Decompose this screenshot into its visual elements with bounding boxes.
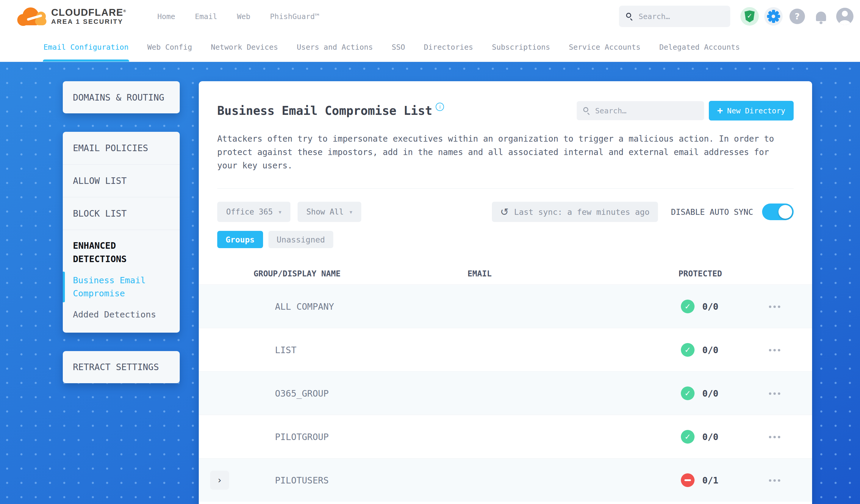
row-menu-button[interactable] xyxy=(769,434,782,440)
directory-search[interactable] xyxy=(577,101,704,120)
search-icon xyxy=(583,107,590,114)
sidebar-item-block-list[interactable]: BLOCK LIST xyxy=(63,197,180,230)
settings-button[interactable] xyxy=(764,7,783,26)
row-menu-button[interactable] xyxy=(769,303,782,309)
table-header: GROUP/DISPLAY NAME EMAIL PROTECTED xyxy=(199,265,812,285)
page-title: Business Email Compromise List xyxy=(217,104,432,117)
tab-groups[interactable]: Groups xyxy=(217,231,263,248)
tab-service-accounts[interactable]: Service Accounts xyxy=(569,33,641,61)
table-row[interactable]: › PILOTUSERS ✓ 0/1 xyxy=(199,458,812,502)
expand-row-button[interactable]: › xyxy=(210,471,229,490)
notifications-button[interactable] xyxy=(812,7,830,26)
config-subnav: Email Configuration Web Config Network D… xyxy=(0,33,860,61)
logo-text: CLOUDFLARE® AREA 1 SECURITY xyxy=(51,7,127,26)
gear-icon xyxy=(767,10,780,23)
column-header-protected: PROTECTED xyxy=(678,269,722,278)
group-name: ALL COMPANY xyxy=(275,301,334,312)
group-icon xyxy=(253,431,267,443)
groups-table: GROUP/DISPLAY NAME EMAIL PROTECTED › ALL… xyxy=(199,265,812,502)
group-icon xyxy=(253,388,267,399)
auto-sync-toggle[interactable] xyxy=(762,203,794,220)
sidebar-item-email-policies[interactable]: EMAIL POLICIES xyxy=(63,132,180,164)
tab-email-configuration[interactable]: Email Configuration xyxy=(43,33,129,61)
user-avatar-icon xyxy=(836,8,854,25)
security-status-button[interactable]: ✓ xyxy=(740,7,759,26)
sidebar-item-added-detections[interactable]: Added Detections xyxy=(73,308,170,321)
cloudflare-logo[interactable]: CLOUDFLARE® AREA 1 SECURITY xyxy=(17,7,127,26)
chevron-right-icon: › xyxy=(218,475,221,485)
global-search[interactable] xyxy=(619,6,730,27)
page-description: Attackers often try to impersonate execu… xyxy=(217,132,794,172)
account-button[interactable] xyxy=(835,7,854,26)
sidebar-item-domains-routing[interactable]: DOMAINS & ROUTING xyxy=(63,81,180,113)
info-icon[interactable]: i xyxy=(436,103,444,111)
group-name: PILOTGROUP xyxy=(275,431,329,442)
shield-check-icon: ✓ xyxy=(745,11,755,22)
row-menu-button[interactable] xyxy=(769,477,782,483)
content-background: DOMAINS & ROUTING EMAIL POLICIES ALLOW L… xyxy=(0,61,860,504)
auto-sync-label: DISABLE AUTO SYNC xyxy=(671,207,753,217)
last-sync-text: Last sync: a few minutes ago xyxy=(514,207,650,217)
logo-line2: AREA 1 SECURITY xyxy=(51,18,127,26)
view-tabs: Groups Unassigned xyxy=(217,231,794,248)
protected-count: 0/1 xyxy=(702,475,718,485)
sync-icon: ↺ xyxy=(500,207,509,217)
protected-count: 0/0 xyxy=(702,388,718,398)
tab-users-and-actions[interactable]: Users and Actions xyxy=(297,33,373,61)
top-nav-web[interactable]: Web xyxy=(237,12,250,21)
chevron-down-icon: ▾ xyxy=(279,209,282,215)
directory-source-dropdown[interactable]: Office 365 ▾ xyxy=(217,202,290,222)
group-name: LIST xyxy=(275,345,296,355)
top-nav-home[interactable]: Home xyxy=(157,12,175,21)
sidebar-enhanced-detections-section: ENHANCED DETECTIONS Business Email Compr… xyxy=(63,230,180,333)
protected-count: 0/0 xyxy=(702,345,718,355)
table-row[interactable]: › ALL COMPANY ✓ 0/0 xyxy=(199,285,812,328)
protected-blocked-badge xyxy=(681,473,694,487)
protected-check-badge: ✓ xyxy=(681,387,694,400)
directory-search-input[interactable] xyxy=(595,106,698,115)
tab-subscriptions[interactable]: Subscriptions xyxy=(492,33,550,61)
protected-check-badge: ✓ xyxy=(681,430,694,444)
new-directory-button[interactable]: + New Directory xyxy=(709,101,794,120)
global-search-input[interactable] xyxy=(639,12,723,21)
row-menu-button[interactable] xyxy=(769,347,782,353)
divider xyxy=(217,188,794,189)
table-row[interactable]: › O365_GROUP ✓ 0/0 xyxy=(199,371,812,415)
tab-unassigned[interactable]: Unassigned xyxy=(269,231,333,248)
sidebar-email-group: EMAIL POLICIES ALLOW LIST BLOCK LIST ENH… xyxy=(63,132,180,333)
plus-icon: + xyxy=(717,106,723,115)
sidebar-item-enhanced-detections[interactable]: ENHANCED DETECTIONS xyxy=(73,239,170,266)
protected-count: 0/0 xyxy=(702,301,718,312)
search-icon xyxy=(626,13,633,20)
top-nav-phishguard[interactable]: PhishGuard™ xyxy=(270,12,319,21)
tab-delegated-accounts[interactable]: Delegated Accounts xyxy=(659,33,740,61)
sidebar-item-allow-list[interactable]: ALLOW LIST xyxy=(63,164,180,197)
topbar: CLOUDFLARE® AREA 1 SECURITY Home Email W… xyxy=(0,0,860,33)
tab-sso[interactable]: SSO xyxy=(392,33,405,61)
top-nav-email[interactable]: Email xyxy=(195,12,217,21)
sidebar-item-retract-settings[interactable]: RETRACT SETTINGS xyxy=(63,351,180,383)
show-filter-dropdown[interactable]: Show All ▾ xyxy=(298,202,361,222)
table-row[interactable]: › PILOTGROUP ✓ 0/0 xyxy=(199,415,812,458)
toggle-knob xyxy=(778,205,792,219)
column-header-name: GROUP/DISPLAY NAME xyxy=(254,269,341,278)
main-card: Business Email Compromise List i + New D… xyxy=(199,81,812,504)
show-filter-value: Show All xyxy=(306,207,344,216)
group-icon xyxy=(253,344,267,356)
tab-web-config[interactable]: Web Config xyxy=(147,33,192,61)
group-icon xyxy=(253,301,267,312)
tab-network-devices[interactable]: Network Devices xyxy=(211,33,278,61)
tab-directories[interactable]: Directories xyxy=(424,33,473,61)
top-nav: Home Email Web PhishGuard™ xyxy=(157,12,319,21)
last-sync-button[interactable]: ↺ Last sync: a few minutes ago xyxy=(492,202,658,222)
app-root: CLOUDFLARE® AREA 1 SECURITY Home Email W… xyxy=(0,0,860,504)
help-button[interactable]: ? xyxy=(788,7,806,26)
sidebar-item-business-email-compromise[interactable]: Business Email Compromise xyxy=(73,274,170,300)
question-icon: ? xyxy=(789,9,805,24)
header-controls: + New Directory xyxy=(577,101,794,120)
chevron-down-icon: ▾ xyxy=(350,209,352,215)
group-name: PILOTUSERS xyxy=(275,475,329,485)
table-row[interactable]: › LIST ✓ 0/0 xyxy=(199,328,812,371)
protected-check-badge: ✓ xyxy=(681,343,694,357)
row-menu-button[interactable] xyxy=(769,390,782,396)
